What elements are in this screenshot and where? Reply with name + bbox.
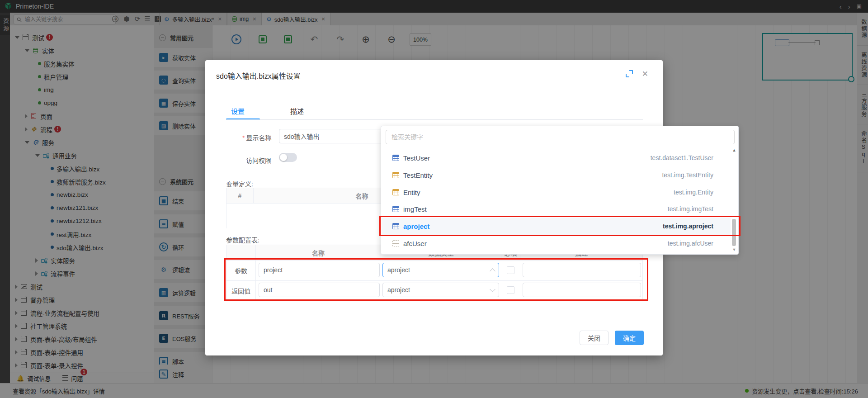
dropdown-scrollbar[interactable] [731,147,737,252]
dialog-tab-settings[interactable]: 设置 [231,106,245,116]
param-row-type: 返回值 [226,281,256,300]
close-button[interactable]: 关闭 [580,331,609,345]
chevron-down-icon [490,286,495,292]
param-col-name: 名称 [256,245,381,260]
access-toggle[interactable] [279,153,297,162]
return-datatype-combobox[interactable]: aproject [382,283,499,297]
return-required-checkbox[interactable] [507,286,514,294]
dropdown-item-testuser[interactable]: TestUsertest.dataset1.TestUser [382,149,731,166]
table-icon [392,206,399,212]
chevron-up-icon [490,268,495,274]
variables-section-label: 变量定义: [226,179,253,188]
dialog-title: sdo输入输出.bizx属性设置 [216,70,301,81]
entity-picker-dropdown: TestUsertest.dataset1.TestUser TestEntit… [381,126,739,255]
param-name-input[interactable] [259,263,380,277]
params-section-label: 参数配置表: [226,235,259,244]
table-icon [392,172,399,178]
return-name-input[interactable] [259,283,380,297]
var-col-index: # [226,188,254,203]
table-icon [392,223,399,229]
access-label: 访问权限 [246,156,271,165]
dialog-close-icon[interactable] [642,69,648,79]
param-desc-input[interactable] [523,263,641,277]
scroll-up-icon[interactable] [731,147,737,153]
dropdown-item-imgtest[interactable]: imgTesttest.img.imgTest [382,200,731,218]
dialog-tab-description[interactable]: 描述 [290,106,304,116]
param-datatype-combobox[interactable]: aproject [382,263,499,277]
dropdown-search-input[interactable] [386,130,735,144]
table-icon [392,189,399,195]
display-name-label: *显示名称 [242,133,271,142]
param-required-checkbox[interactable] [507,266,514,274]
dropdown-item-aproject[interactable]: aprojecttest.img.aproject [382,218,731,235]
table-icon [392,155,399,161]
dropdown-item-entity[interactable]: Entitytest.img.Entity [382,184,731,201]
confirm-button[interactable]: 确定 [615,331,644,345]
table-icon [392,240,399,246]
param-col-rowtype [226,245,256,260]
required-asterisk: * [242,134,245,142]
dialog-expand-icon[interactable] [626,70,633,77]
dropdown-item-afcuser[interactable]: afcUsertest.img.afcUser [382,235,731,252]
scroll-down-icon[interactable] [731,247,737,252]
return-desc-input[interactable] [523,283,641,297]
param-row-type: 参数 [226,261,256,280]
dropdown-item-testentity[interactable]: TestEntitytest.img.TestEntity [382,166,731,184]
tab-divider [226,119,643,120]
scrollbar-thumb[interactable] [732,219,736,246]
